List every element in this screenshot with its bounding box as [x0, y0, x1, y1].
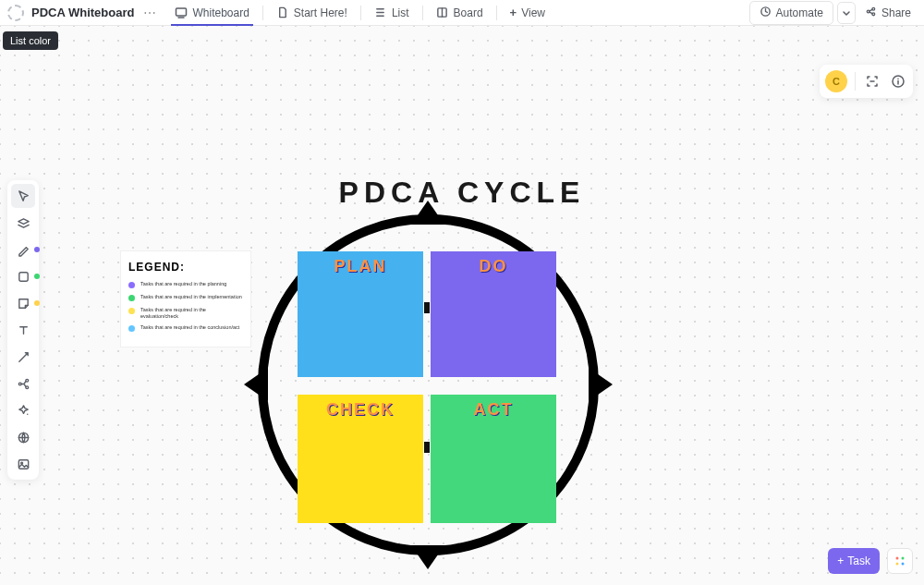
status-dot — [34, 274, 40, 279]
legend-item: Tasks that are required in the implement… — [128, 294, 243, 301]
share-label: Share — [881, 6, 911, 19]
fit-icon[interactable] — [863, 72, 881, 91]
legend-text: Tasks that are required in the evaluatio… — [140, 307, 243, 319]
tooltip: List color — [3, 31, 58, 50]
doc-icon — [276, 6, 289, 19]
legend-heading: LEGEND: — [128, 261, 243, 274]
act-label: ACT — [474, 400, 514, 419]
list-icon — [374, 6, 387, 19]
tab-list[interactable]: List — [365, 0, 419, 25]
do-card[interactable]: DO — [431, 251, 556, 377]
whiteboard-icon — [175, 6, 188, 19]
legend-item: Tasks that are required in the evaluatio… — [128, 307, 243, 319]
list-color-icon[interactable] — [7, 5, 24, 21]
divider — [855, 72, 856, 91]
plus-icon: + — [510, 6, 517, 19]
svg-point-19 — [902, 563, 905, 566]
plan-label: PLAN — [334, 257, 387, 275]
legend-card[interactable]: LEGEND: Tasks that are required in the p… — [121, 251, 250, 347]
tab-view[interactable]: + View — [501, 0, 554, 25]
header: PDCA Whiteboard ⋯ Whiteboard Start Here!… — [0, 0, 924, 26]
legend-text: Tasks that are required in the conclusio… — [140, 324, 239, 331]
select-tool[interactable] — [11, 184, 35, 208]
pen-tool[interactable] — [11, 238, 35, 262]
svg-rect-6 — [18, 272, 27, 280]
bottom-actions: + Task — [828, 548, 913, 574]
svg-point-15 — [897, 78, 899, 79]
whiteboard-canvas[interactable]: C + Task PDCA CYCLE — [0, 26, 924, 585]
legend-item: Tasks that are required in the planning — [128, 281, 243, 288]
plus-icon: + — [837, 555, 844, 567]
board-icon — [436, 6, 449, 19]
legend-item: Tasks that are required in the conclusio… — [128, 324, 243, 332]
svg-point-17 — [902, 557, 905, 560]
svg-point-16 — [896, 557, 899, 560]
tab-label: View — [521, 6, 545, 19]
tab-start-here[interactable]: Start Here! — [267, 0, 357, 25]
task-button[interactable]: + Task — [828, 548, 880, 574]
divider — [422, 6, 423, 20]
svg-point-13 — [20, 462, 22, 464]
status-dot — [34, 247, 40, 252]
apps-button[interactable] — [887, 548, 913, 574]
legend-text: Tasks that are required in the implement… — [140, 294, 242, 300]
sticky-tool[interactable] — [11, 291, 35, 315]
connector — [424, 302, 430, 313]
pdca-grid: PLAN DO CHECK ACT — [298, 251, 556, 523]
automate-chevron[interactable] — [837, 2, 856, 24]
left-toolbar — [7, 180, 39, 480]
check-label: CHECK — [326, 400, 395, 419]
svg-rect-0 — [176, 8, 187, 16]
mindmap-tool[interactable] — [11, 372, 35, 396]
info-icon[interactable] — [889, 72, 907, 91]
page-title: PDCA Whiteboard — [31, 6, 134, 19]
plan-card[interactable]: PLAN — [298, 251, 423, 377]
tab-label: Whiteboard — [192, 6, 249, 19]
tab-whiteboard[interactable]: Whiteboard — [165, 0, 258, 25]
automate-label: Automate — [776, 6, 823, 19]
share-icon — [865, 6, 877, 20]
legend-dot — [128, 282, 135, 288]
divider — [360, 6, 361, 20]
task-label: Task — [847, 555, 870, 567]
svg-point-18 — [896, 563, 899, 566]
tab-label: Board — [454, 6, 483, 19]
legend-dot — [128, 325, 135, 332]
connector — [424, 442, 430, 453]
tab-label: List — [392, 6, 409, 19]
tab-board[interactable]: Board — [427, 0, 492, 25]
automate-button[interactable]: Automate — [749, 1, 833, 25]
tab-label: Start Here! — [294, 6, 347, 19]
svg-point-10 — [26, 413, 28, 415]
avatar[interactable]: C — [825, 70, 847, 92]
share-button[interactable]: Share — [859, 2, 917, 24]
web-tool[interactable] — [11, 425, 35, 449]
ai-tool[interactable] — [11, 398, 35, 422]
more-icon[interactable]: ⋯ — [138, 6, 162, 20]
act-card[interactable]: ACT — [431, 395, 556, 523]
image-tool[interactable] — [11, 452, 35, 476]
legend-dot — [128, 308, 135, 314]
automate-icon — [760, 6, 772, 20]
layers-tool[interactable] — [11, 211, 35, 235]
shape-tool[interactable] — [11, 264, 35, 288]
check-card[interactable]: CHECK — [298, 395, 423, 523]
divider — [496, 6, 497, 20]
text-tool[interactable] — [11, 318, 35, 342]
canvas-controls: C — [820, 65, 913, 98]
divider — [262, 6, 263, 20]
svg-rect-12 — [18, 459, 28, 468]
legend-dot — [128, 295, 135, 301]
connector-tool[interactable] — [11, 345, 35, 369]
do-label: DO — [480, 257, 508, 275]
status-dot — [34, 300, 40, 306]
legend-text: Tasks that are required in the planning — [140, 281, 226, 287]
